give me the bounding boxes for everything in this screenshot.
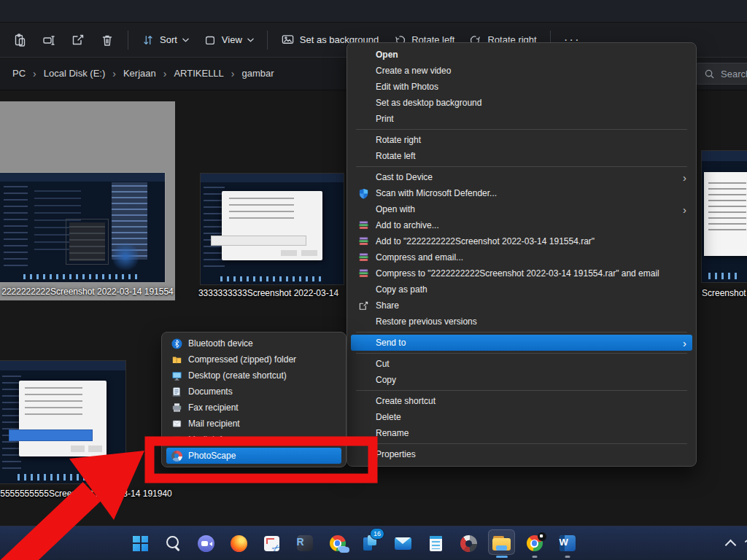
menu-item-label: Rotate left: [376, 151, 416, 161]
menu-icon-placeholder: [357, 316, 370, 328]
menu-item-set-as-desktop-background[interactable]: Set as desktop background: [351, 95, 692, 111]
menu-item-compress-and-email[interactable]: Compress and email...: [351, 249, 692, 265]
menu-item-edit-with-photos[interactable]: Edit with Photos: [351, 79, 692, 95]
taskbar-start-button[interactable]: [124, 526, 157, 560]
breadcrumb-item-local-disk-e[interactable]: Local Disk (E:): [40, 66, 109, 80]
menu-item-cast-to-device[interactable]: Cast to Device›: [351, 169, 692, 185]
firefox-icon: [231, 535, 247, 552]
menu-item-cut[interactable]: Cut: [351, 356, 692, 372]
taskbar-chrome-button[interactable]: [518, 526, 551, 560]
menu-item-open-with[interactable]: Open with›: [351, 201, 692, 217]
taskbar-search-button[interactable]: [157, 526, 190, 560]
taskbar-badged-app-button[interactable]: 16: [354, 526, 387, 560]
menu-item-label: Share: [376, 300, 399, 311]
breadcrumb-item-gambar[interactable]: gambar: [239, 66, 278, 80]
toolbar-separator: [267, 31, 268, 50]
notification-badge: 16: [370, 528, 384, 540]
file-item-screenshot-2[interactable]: Screenshot 2: [700, 142, 747, 306]
toolbar-separator: [128, 31, 128, 50]
menu-item-properties[interactable]: Properties: [351, 446, 692, 462]
send-to-item-fax-recipient[interactable]: Fax recipient: [166, 400, 341, 416]
breadcrumb-separator: ›: [161, 68, 169, 79]
mediainfo-icon: [171, 434, 182, 446]
menu-item-compress-to-2222222222screenshot-2022-03[interactable]: Compress to "2222222222Screenshot 2022-0…: [351, 265, 692, 281]
taskbar-notepad-button[interactable]: [419, 526, 452, 560]
thumbnail-detail: [222, 191, 322, 260]
search-icon: [166, 535, 182, 551]
breadcrumb-separator: ›: [229, 68, 237, 79]
taskbar-chrome-cloud-button[interactable]: [321, 526, 354, 560]
send-to-item-documents[interactable]: Documents: [166, 384, 341, 400]
file-item-5555555555screenshot-2022-03-14-191940[interactable]: 5555555555Screenshot 2022-03-14 191940: [0, 350, 155, 507]
paste-button[interactable]: [6, 28, 34, 52]
breadcrumb-item-pc[interactable]: PC: [9, 66, 29, 80]
menu-icon-placeholder: [357, 65, 370, 77]
menu-item-add-to-archive[interactable]: Add to archive...: [351, 217, 692, 233]
sort-button[interactable]: Sort: [135, 29, 196, 51]
menu-item-label: Restore previous versions: [376, 316, 477, 327]
menu-item-copy[interactable]: Copy: [351, 372, 692, 388]
window-titlebar: [0, 0, 747, 23]
menu-item-open[interactable]: Open: [351, 47, 692, 63]
chevron-right-icon: ›: [677, 172, 686, 183]
send-to-item-label: Mail recipient: [188, 419, 240, 429]
menu-item-delete[interactable]: Delete: [351, 409, 692, 425]
breadcrumb-item-kerjaan[interactable]: Kerjaan: [120, 66, 160, 80]
taskbar-rstudio-button[interactable]: [288, 526, 321, 560]
file-thumbnail-image: [201, 174, 344, 284]
search-input[interactable]: Search: [695, 63, 747, 85]
winrar-icon: [357, 252, 370, 264]
menu-item-share[interactable]: Share: [351, 298, 692, 314]
search-placeholder: Search: [721, 69, 747, 79]
send-to-item-photoscape[interactable]: PhotoScape: [166, 448, 341, 464]
view-button[interactable]: View: [197, 29, 260, 51]
menu-item-label: Send to: [376, 338, 406, 348]
mailrec-icon: [171, 418, 182, 430]
menu-item-scan-with-microsoft-defender[interactable]: Scan with Microsoft Defender...: [351, 185, 692, 201]
chevron-down-icon: [182, 38, 189, 42]
chevron-right-icon: ›: [677, 204, 686, 215]
send-to-item-desktop-create-shortcut[interactable]: Desktop (create shortcut): [166, 368, 341, 384]
menu-item-create-shortcut[interactable]: Create shortcut: [351, 393, 692, 409]
menu-item-print[interactable]: Print: [351, 111, 692, 127]
photoscape-icon: [171, 450, 182, 462]
taskbar-word-button[interactable]: [551, 526, 584, 560]
file-name-label: 5555555555Screenshot 2022-03-14 191940: [0, 489, 188, 499]
thumbnail-detail: [220, 276, 323, 282]
bluetooth-icon: [171, 338, 182, 350]
rename-button[interactable]: [35, 28, 63, 52]
share-icon: [71, 33, 85, 47]
taskbar-chat-button[interactable]: [190, 526, 222, 560]
view-icon: [204, 34, 217, 47]
image-icon: [281, 33, 295, 47]
menu-item-restore-previous-versions[interactable]: Restore previous versions: [351, 314, 692, 330]
menu-item-send-to[interactable]: Send to›: [351, 335, 692, 351]
breadcrumb-item-artikelll[interactable]: ARTIKELLL: [170, 66, 227, 80]
send-to-item-mail-recipient[interactable]: Mail recipient: [166, 416, 341, 432]
send-to-item-compressed-zipped-folder[interactable]: Compressed (zipped) folder: [166, 351, 341, 368]
file-item-2222222222screenshot-2022-03-14-191554[interactable]: 2222222222Screenshot 2022-03-14 191554: [0, 101, 175, 300]
send-to-item-mediainfo[interactable]: MediaInfo: [166, 432, 341, 448]
menu-item-add-to-2222222222screenshot-2022-03-14-1[interactable]: Add to "2222222222Screenshot 2022-03-14 …: [351, 233, 692, 249]
taskbar-file-explorer-button[interactable]: [485, 526, 518, 560]
delete-button[interactable]: [93, 28, 121, 52]
taskbar-photoscape-button[interactable]: [452, 526, 485, 560]
cloud-icon: [339, 547, 349, 553]
taskbar-mail-button[interactable]: [387, 526, 419, 560]
menu-item-rotate-right[interactable]: Rotate right: [351, 132, 692, 148]
menu-item-label: Create shortcut: [376, 396, 436, 406]
file-name-label: 3333333333Screenshot 2022-03-14: [191, 288, 346, 298]
share-button[interactable]: [64, 28, 92, 52]
file-item-3333333333screenshot-2022-03-14[interactable]: 3333333333Screenshot 2022-03-14: [191, 164, 346, 300]
tray-chevron-up-icon[interactable]: [725, 539, 737, 551]
menu-item-copy-as-path[interactable]: Copy as path: [351, 281, 692, 298]
share-icon: [357, 300, 370, 312]
wifi-icon[interactable]: [744, 537, 747, 550]
menu-item-rename[interactable]: Rename: [351, 425, 692, 441]
taskbar-snipping-tool-button[interactable]: [255, 526, 288, 560]
send-to-item-bluetooth-device[interactable]: Bluetooth device: [166, 335, 341, 351]
send-to-item-label: Compressed (zipped) folder: [188, 354, 296, 365]
menu-item-create-a-new-video[interactable]: Create a new video: [351, 63, 692, 79]
taskbar-firefox-button[interactable]: [222, 526, 255, 560]
menu-item-rotate-left[interactable]: Rotate left: [351, 148, 692, 164]
